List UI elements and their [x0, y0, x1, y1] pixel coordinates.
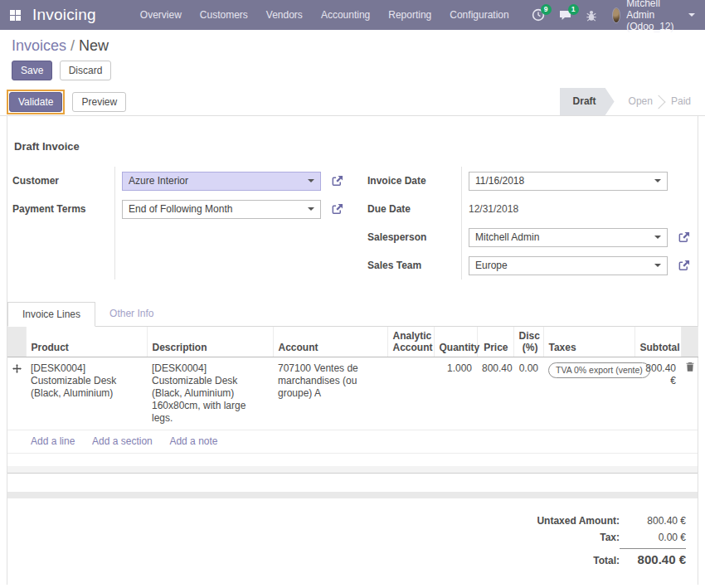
app-title[interactable]: Invoicing: [32, 6, 96, 24]
breadcrumb-current: New: [79, 37, 109, 54]
validate-button[interactable]: Validate: [9, 92, 62, 112]
menu-vendors[interactable]: Vendors: [257, 0, 312, 30]
right-field-column: 11/16/2018 12/31/2018 Mitchell Admin: [462, 167, 698, 279]
col-price: Price: [477, 327, 513, 357]
section-divider: [7, 492, 698, 498]
col-subtotal: Subtotal: [634, 327, 681, 357]
discard-button[interactable]: Discard: [60, 61, 112, 80]
caret-down-icon: [308, 207, 314, 211]
form-group-right: Invoice Date Due Date Salesperson Sales …: [352, 167, 698, 279]
customer-value: Azure Interior: [129, 175, 308, 187]
preview-button[interactable]: Preview: [72, 92, 126, 112]
sales-team-external-link-icon[interactable]: [678, 260, 690, 272]
cell-analytic-account[interactable]: [387, 357, 434, 430]
invoice-date-input[interactable]: 11/16/2018: [469, 172, 668, 191]
menu-reporting[interactable]: Reporting: [379, 0, 440, 30]
avatar: [612, 7, 620, 23]
payment-terms-select[interactable]: End of Following Month: [122, 200, 321, 219]
breadcrumb-separator: /: [66, 37, 79, 54]
caret-down-icon: [654, 264, 661, 267]
col-quantity: Quantity: [434, 327, 477, 357]
activities-icon[interactable]: 9: [532, 8, 545, 22]
form-grid: Customer Payment Terms Azure Interior: [7, 167, 698, 279]
menu-accounting[interactable]: Accounting: [312, 0, 379, 30]
activities-badge: 9: [541, 4, 552, 15]
add-a-note-link[interactable]: Add a note: [169, 435, 217, 447]
cell-discount[interactable]: 0.00: [513, 357, 543, 430]
cell-product[interactable]: [DESK0004] Customizable Desk (Black, Alu…: [26, 357, 147, 430]
cell-account[interactable]: 707100 Ventes de marchandises (ou groupe…: [273, 357, 387, 430]
total-row: Total: 800.40 €: [454, 546, 686, 569]
breadcrumb: Invoices/New: [12, 36, 693, 55]
table-header-row: Product Description Account Analytic Acc…: [7, 327, 698, 357]
invoice-lines-table: Product Description Account Analytic Acc…: [7, 327, 698, 454]
record-title: Draft Invoice: [7, 140, 698, 153]
menu-customers[interactable]: Customers: [191, 0, 257, 30]
total-label: Total:: [593, 555, 620, 566]
top-navbar: Invoicing Overview Customers Vendors Acc…: [0, 0, 705, 30]
col-account: Account: [273, 327, 387, 357]
caret-down-icon: [308, 179, 314, 182]
tab-other-info[interactable]: Other Info: [95, 302, 168, 327]
apps-menu-icon[interactable]: [10, 10, 21, 21]
left-field-column: Azure Interior End of Following Month: [115, 167, 352, 279]
untaxed-value: 800.40 €: [620, 515, 686, 527]
control-panel: Invoices/New Save Discard: [0, 30, 705, 88]
add-a-line-link[interactable]: Add a line: [31, 435, 75, 447]
payment-terms-value: End of Following Month: [129, 203, 308, 215]
invoice-date-label: Invoice Date: [362, 175, 426, 187]
save-button[interactable]: Save: [12, 61, 52, 80]
handle-column-header: [7, 327, 26, 357]
salesperson-select[interactable]: Mitchell Admin: [469, 228, 668, 247]
sales-team-select[interactable]: Europe: [469, 256, 668, 275]
customer-label: Customer: [7, 175, 59, 187]
due-date-value[interactable]: 12/31/2018: [469, 203, 518, 215]
menu-configuration[interactable]: Configuration: [440, 0, 518, 30]
caret-down-icon: [654, 179, 661, 182]
invoice-date-value: 11/16/2018: [475, 175, 654, 187]
tax-tag[interactable]: TVA 0% export (vente): [548, 362, 650, 378]
salesperson-value: Mitchell Admin: [475, 231, 654, 243]
invoice-line-row: [DESK0004] Customizable Desk (Black, Alu…: [7, 357, 698, 430]
form-sheet: Draft Invoice Customer Payment Terms Azu…: [7, 116, 698, 585]
menu-overview[interactable]: Overview: [131, 0, 191, 30]
customer-select[interactable]: Azure Interior: [122, 172, 321, 191]
payment-terms-label: Payment Terms: [7, 203, 85, 215]
systray: 9 1 Mitchell Admin (Odoo_12): [518, 0, 695, 32]
total-value: 800.40 €: [620, 548, 686, 566]
user-menu[interactable]: Mitchell Admin (Odoo_12): [612, 0, 695, 32]
drag-handle-icon[interactable]: [7, 357, 26, 430]
validate-annotation-box: Validate: [7, 90, 65, 114]
delete-column-header: [681, 327, 698, 357]
debug-bug-icon[interactable]: [586, 9, 597, 22]
col-taxes: Taxes: [543, 327, 634, 357]
tax-value: 0.00 €: [620, 532, 686, 543]
tax-label: Tax:: [600, 532, 620, 543]
breadcrumb-invoices-link[interactable]: Invoices: [12, 37, 66, 54]
salesperson-label: Salesperson: [362, 231, 426, 243]
tax-row: Tax: 0.00 €: [454, 529, 686, 546]
cell-description[interactable]: [DESK0004] Customizable Desk (Black, Alu…: [147, 357, 273, 430]
chevron-down-icon: [688, 13, 695, 17]
add-a-section-link[interactable]: Add a section: [92, 435, 153, 447]
form-group-left: Customer Payment Terms Azure Interior: [7, 167, 352, 279]
delete-line-icon[interactable]: [681, 357, 698, 430]
left-label-column: Customer Payment Terms: [7, 167, 115, 279]
caret-down-icon: [654, 236, 661, 239]
payment-terms-external-link-icon[interactable]: [331, 203, 343, 216]
cell-price[interactable]: 800.40: [477, 357, 513, 430]
right-label-column: Invoice Date Due Date Salesperson Sales …: [352, 167, 462, 279]
tab-invoice-lines[interactable]: Invoice Lines: [7, 302, 95, 327]
due-date-label: Due Date: [362, 203, 411, 215]
cell-quantity[interactable]: 1.000: [434, 357, 477, 430]
control-panel-buttons: Save Discard: [12, 61, 693, 80]
col-product: Product: [26, 327, 147, 357]
stage-draft[interactable]: Draft: [560, 88, 615, 115]
col-disc: Disc (%): [513, 327, 543, 357]
salesperson-external-link-icon[interactable]: [678, 231, 690, 244]
messages-icon[interactable]: 1: [558, 8, 572, 22]
col-analytic-account: Analytic Account: [387, 327, 434, 357]
col-description: Description: [147, 327, 273, 357]
customer-external-link-icon[interactable]: [331, 175, 343, 187]
untaxed-row: Untaxed Amount: 800.40 €: [454, 513, 686, 529]
